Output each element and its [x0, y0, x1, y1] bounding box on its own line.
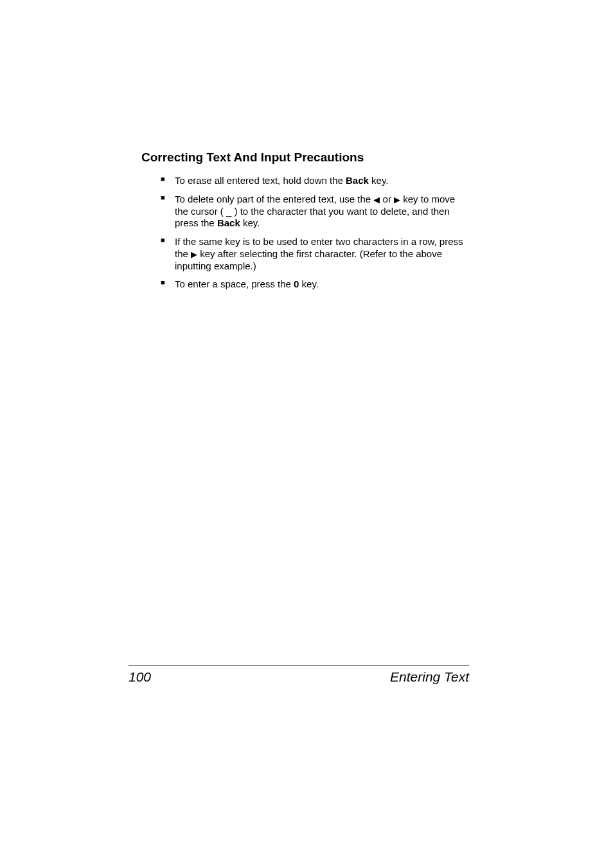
list-item: To delete only part of the entered text,… [161, 194, 469, 230]
section-heading: Correcting Text And Input Precautions [141, 150, 469, 165]
page-footer: 100 Entering Text [129, 665, 469, 685]
bullet-text: To erase all entered text, hold down the [175, 175, 346, 186]
bullet-text: To delete only part of the entered text,… [175, 194, 373, 204]
bullet-list: To erase all entered text, hold down the… [141, 175, 469, 291]
left-arrow-icon: ◀ [373, 195, 380, 204]
list-item: To enter a space, press the 0 key. [161, 278, 469, 291]
page-number: 100 [129, 669, 151, 685]
footer-divider [129, 665, 469, 665]
right-arrow-icon: ▶ [394, 195, 400, 204]
bullet-text: key. [240, 217, 260, 228]
bold-key-name: Back [346, 175, 369, 186]
right-arrow-icon: ▶ [191, 249, 197, 259]
bullet-text: or [380, 194, 394, 204]
list-item: If the same key is to be used to enter t… [161, 236, 469, 272]
bold-key-name: Back [217, 217, 240, 228]
bullet-text: key after selecting the first character.… [175, 248, 442, 271]
bullet-text: To enter a space, press the [175, 278, 294, 289]
section-title: Entering Text [390, 669, 469, 685]
list-item: To erase all entered text, hold down the… [161, 175, 469, 187]
bullet-text: key. [299, 278, 319, 289]
bullet-text: key. [369, 175, 389, 186]
